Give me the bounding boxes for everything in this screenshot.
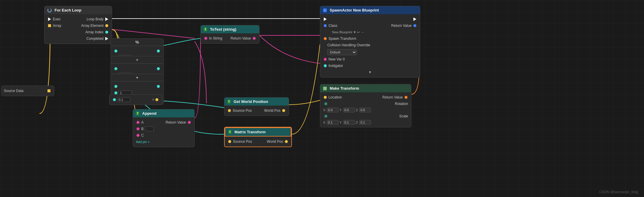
gwp-header: f Get World Position <box>224 98 289 106</box>
small-node: × <box>109 94 162 105</box>
spawn-class-row: Class Return Value <box>320 22 420 29</box>
mod-header: % <box>111 39 163 46</box>
spawn-return-label: Return Value <box>391 24 412 28</box>
make-transform-body: Location Return Value Rotation X 0.0 Y 0… <box>320 92 411 127</box>
append-node: f Append A Return Value B <box>133 109 195 147</box>
append-b-input[interactable] <box>145 127 154 131</box>
completed-pin[interactable] <box>105 37 108 40</box>
spawn-exec-out-pin[interactable] <box>413 17 416 21</box>
make-transform-node: Make Transform Location Return Value Rot… <box>320 84 411 127</box>
exec-in-pin[interactable] <box>48 17 51 21</box>
loop-body-pin[interactable] <box>105 17 108 21</box>
scale-y-input[interactable]: 0.1 <box>343 120 355 125</box>
source-data-out-pin[interactable] <box>47 89 50 92</box>
watermark: CSDN @tianxiaojie_blog <box>599 190 638 194</box>
make-transform-return-pin[interactable] <box>405 96 408 99</box>
make-transform-location-pin[interactable] <box>324 96 327 99</box>
spawn-transform-pin[interactable] <box>324 37 327 40</box>
append-c-row: C <box>133 132 194 139</box>
source-data-body: Source Data <box>1 86 54 96</box>
spawn-exec-in-pin[interactable] <box>324 17 327 21</box>
array-row: Array Array Element <box>45 22 112 29</box>
scale-x-input[interactable]: 0.1 <box>327 120 339 125</box>
make-transform-return-label: Return Value <box>382 95 403 99</box>
small-out-pin[interactable] <box>155 98 158 101</box>
append-func-icon: f <box>136 111 139 115</box>
spawn-newvar-pin[interactable] <box>324 58 327 61</box>
array-element-pin[interactable] <box>105 24 108 27</box>
spawn-newvar-row: New Var 0 <box>320 56 420 63</box>
small-in-pin[interactable] <box>113 98 116 101</box>
small-value-input[interactable] <box>117 97 130 102</box>
add-out-pin[interactable] <box>157 85 160 88</box>
mod-top-row <box>111 48 163 54</box>
rot-x-input[interactable]: 0.0 <box>327 108 339 112</box>
scale-z-label: Z <box>356 121 358 124</box>
transform-icon <box>323 87 327 90</box>
add-in2-pin[interactable] <box>114 91 117 94</box>
totext-out-pin[interactable] <box>253 37 256 40</box>
totext-body: In String Return Value <box>201 33 259 43</box>
mod-out-pin[interactable] <box>157 50 160 52</box>
spawn-instigator-label: Instigator <box>328 64 343 68</box>
array-label: Array <box>53 24 61 28</box>
matrix-transform-node: f Matrix Transform Sounce Pos World Pos <box>224 127 292 147</box>
spawn-collision-select-row: Default Always Spawn Try To Adjust Locat… <box>320 48 420 56</box>
mod-in1-pin[interactable] <box>114 50 117 52</box>
scale-x-label: X <box>323 121 325 124</box>
append-add-pin-button[interactable]: Add pin + <box>136 140 150 144</box>
spawn-class-pin[interactable] <box>324 24 327 27</box>
gwp-out-pin[interactable] <box>282 109 285 112</box>
for-each-loop-node: For Each Loop Exec Loop Body Array Array… <box>44 6 112 44</box>
matrix-out-pin[interactable] <box>285 140 288 143</box>
append-c-label: C <box>141 133 144 137</box>
spawn-transform-label: Spawn Transform <box>328 37 356 41</box>
loop-body-label: Loop Body <box>87 17 104 21</box>
gwp-out-label: World Pos <box>264 109 280 113</box>
rot-y-input[interactable]: 0.0 <box>343 108 355 112</box>
source-data-row: Source Data <box>1 88 54 94</box>
add-top-row <box>111 83 163 90</box>
completed-label: Completed <box>86 37 104 41</box>
scale-z-input[interactable]: 0.1 <box>359 120 371 125</box>
spawn-down-arrow[interactable]: ▼ <box>368 70 372 74</box>
make-transform-rotation-pin[interactable] <box>324 102 327 105</box>
make-transform-rotation-label-row: Rotation <box>320 101 411 107</box>
append-a-label: A <box>141 120 144 124</box>
spawn-return-pin[interactable] <box>413 24 416 27</box>
totext-header: f ToText (string) <box>201 25 259 33</box>
make-transform-rotation-label: Rotation <box>395 102 408 106</box>
array-index-pin[interactable] <box>105 31 108 34</box>
div-out-pin[interactable] <box>157 67 160 70</box>
append-return-pin[interactable] <box>188 121 191 124</box>
append-b-pin[interactable] <box>137 127 139 130</box>
spawn-body: Class Return Value New Blueprint ▼ ↩ → S… <box>320 14 420 77</box>
spawn-instigator-row: Instigator <box>320 63 420 69</box>
get-world-position-node: f Get World Position Sounce Pos World Po… <box>224 97 289 116</box>
exec-row: Exec Loop Body <box>45 16 112 22</box>
matrix-in-label: Sounce Pos <box>233 139 252 144</box>
array-in-pin[interactable] <box>48 24 51 27</box>
totext-in-pin[interactable] <box>204 37 207 40</box>
div-in1-pin[interactable] <box>114 67 117 70</box>
matrix-in-pin[interactable] <box>228 140 231 143</box>
matrix-title: Matrix Transform <box>234 130 265 134</box>
small-x-icon: × <box>152 98 154 102</box>
mod-op: % <box>135 40 139 45</box>
spawn-class-label: Class <box>328 24 337 28</box>
rot-z-input[interactable]: 0.0 <box>359 108 371 112</box>
add-in1-pin[interactable] <box>114 85 117 88</box>
spawn-more-row: ▼ <box>320 69 420 75</box>
gwp-in-pin[interactable] <box>228 109 231 112</box>
spawn-title: SpawnActor New Blueprint <box>330 8 379 12</box>
append-a-pin[interactable] <box>137 121 139 124</box>
append-body: A Return Value B C Add pin + <box>133 117 194 147</box>
append-header: f Append <box>133 109 194 117</box>
source-data-node: Source Data <box>1 86 54 96</box>
spawn-collision-select[interactable]: Default Always Spawn Try To Adjust Locat… <box>327 49 357 55</box>
append-c-pin[interactable] <box>137 134 139 137</box>
gwp-body: Sounce Pos World Pos <box>224 106 289 116</box>
spawn-icon <box>323 9 327 12</box>
spawn-instigator-pin[interactable] <box>324 64 327 67</box>
make-transform-scale-pin[interactable] <box>324 115 327 118</box>
